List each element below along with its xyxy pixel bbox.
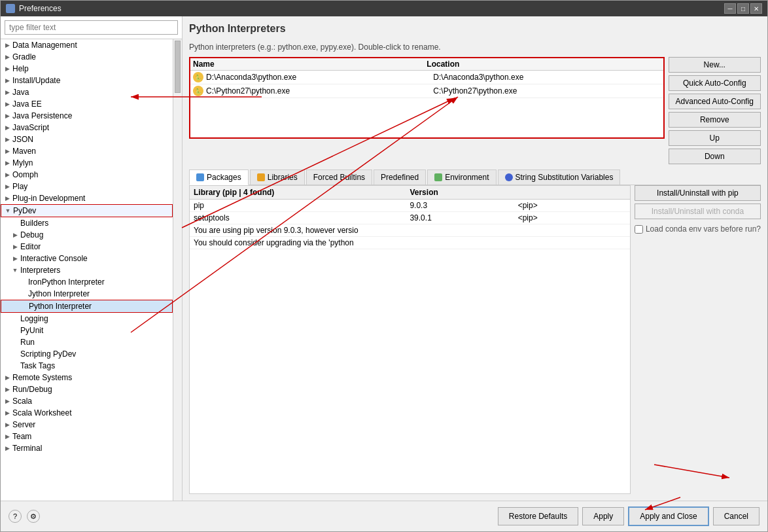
tree-item-pyunit[interactable]: PyUnit (1, 325, 173, 336)
tree-label-pydev: PyDev (12, 206, 36, 215)
tree-arrow-java-ee (3, 100, 11, 108)
interpreter-row-0[interactable]: 🐍 D:\Anaconda3\python.exe D:\Anaconda3\p… (190, 71, 663, 84)
tree-arrow-mylyn (3, 159, 11, 167)
tabs-content: Library (pip | 4 found) Version pip 9.0.… (189, 185, 761, 494)
advanced-auto-config-button[interactable]: Advanced Auto-Config (669, 94, 761, 109)
tree-item-server[interactable]: Server (1, 419, 173, 431)
tab-predefined[interactable]: Predefined (374, 169, 426, 185)
tree-item-scripting-pydev[interactable]: Scripting PyDev (1, 348, 173, 360)
tree-label-team: Team (11, 432, 31, 441)
tree-item-terminal[interactable]: Terminal (1, 442, 173, 454)
tree-arrow-server (3, 421, 11, 429)
tree-arrow-editor (11, 243, 19, 251)
remove-button[interactable]: Remove (669, 112, 761, 128)
window-controls: ─ □ ✕ (724, 3, 762, 14)
tree-arrow-scala-worksheet (3, 409, 11, 417)
pkg-name-1: setuptools (194, 213, 410, 222)
packages-tab-icon (196, 173, 204, 181)
string-sub-tab-icon (505, 173, 513, 181)
interpreters-table: Name Location 🐍 D:\Anaconda3\python.exe … (189, 57, 665, 139)
tree-item-team[interactable]: Team (1, 431, 173, 442)
new-button[interactable]: New... (669, 57, 761, 73)
tree-item-run[interactable]: Run (1, 336, 173, 348)
pkg-version-0: 9.0.3 (410, 201, 517, 210)
tree-item-java-ee[interactable]: Java EE (1, 98, 173, 110)
tree-item-ironpython-interpreter[interactable]: IronPython Interpreter (1, 276, 173, 288)
pkg-msg-1: You should consider upgrading via the 'p… (194, 238, 626, 247)
tree-item-python-interpreter[interactable]: Python Interpreter (1, 300, 173, 313)
tree-item-help[interactable]: Help (1, 63, 173, 75)
tree-item-interpreters[interactable]: Interpreters (1, 264, 173, 276)
tabs-section: Packages Libraries Forced Builtins Prede… (189, 169, 761, 494)
tree-arrow-builders (11, 219, 19, 227)
tree-item-editor[interactable]: Editor (1, 241, 173, 253)
tab-forced-builtins[interactable]: Forced Builtins (306, 169, 372, 185)
tree-item-java-persistence[interactable]: Java Persistence (1, 110, 173, 122)
bottom-right: Restore Defaults Apply Apply and Close C… (498, 506, 759, 526)
interpreter-row-1[interactable]: 🐍 C:\Python27\python.exe C:\Python27\pyt… (190, 84, 663, 98)
tab-libraries[interactable]: Libraries (250, 169, 305, 185)
pkg-row-0: pip 9.0.3 <pip> (190, 200, 630, 212)
tree-item-gradle[interactable]: Gradle (1, 51, 173, 63)
tree-item-debug[interactable]: Debug (1, 229, 173, 241)
tree-item-java[interactable]: Java (1, 86, 173, 98)
tree-item-logging[interactable]: Logging (1, 313, 173, 325)
tree-label-plugin-development: Plug-in Development (11, 194, 85, 203)
tab-packages-label: Packages (207, 173, 241, 182)
minimize-button[interactable]: ─ (724, 3, 736, 14)
tree-item-plugin-development[interactable]: Plug-in Development (1, 192, 173, 204)
tree-item-mylyn[interactable]: Mylyn (1, 157, 173, 169)
tree-item-remote-systems[interactable]: Remote Systems (1, 372, 173, 383)
up-button[interactable]: Up (669, 130, 761, 146)
tab-string-substitution[interactable]: String Substitution Variables (498, 169, 621, 185)
maximize-button[interactable]: □ (737, 3, 749, 14)
tree-item-play[interactable]: Play (1, 181, 173, 192)
load-conda-checkbox[interactable] (635, 225, 643, 234)
interpreters-main: Name Location 🐍 D:\Anaconda3\python.exe … (189, 57, 665, 164)
tab-packages[interactable]: Packages (189, 169, 249, 185)
interpreter-buttons: New... Quick Auto-Config Advanced Auto-C… (665, 57, 761, 164)
tree-item-maven[interactable]: Maven (1, 145, 173, 157)
pkg-source-0: <pip> (518, 201, 626, 210)
tree-item-install-update[interactable]: Install/Update (1, 75, 173, 86)
tree-item-run-debug[interactable]: Run/Debug (1, 383, 173, 395)
apply-and-close-button[interactable]: Apply and Close (628, 506, 708, 526)
tree-label-interpreters: Interpreters (19, 266, 60, 275)
search-input[interactable] (5, 20, 178, 35)
tree-item-jython-interpreter[interactable]: Jython Interpreter (1, 288, 173, 300)
tab-environment[interactable]: Environment (427, 169, 496, 185)
panel-title: Python Interpreters (189, 23, 761, 35)
close-button[interactable]: ✕ (750, 3, 762, 14)
interp-name-1: C:\Python27\python.exe (206, 86, 433, 96)
install-uninstall-conda-button[interactable]: Install/Uninstall with conda (635, 204, 761, 219)
tree-item-javascript[interactable]: JavaScript (1, 122, 173, 133)
restore-defaults-button[interactable]: Restore Defaults (498, 507, 578, 525)
tree-item-oomph[interactable]: Oomph (1, 169, 173, 181)
down-button[interactable]: Down (669, 149, 761, 164)
tree-item-data-management[interactable]: Data Management (1, 39, 173, 51)
tree-item-pydev[interactable]: PyDev (1, 204, 173, 217)
apply-button[interactable]: Apply (582, 507, 624, 525)
left-scrollbar[interactable] (173, 39, 182, 501)
help-icon[interactable]: ? (9, 510, 22, 523)
tree-arrow-data-management (3, 41, 11, 49)
tree-item-json[interactable]: JSON (1, 133, 173, 145)
tree-arrow-task-tags (11, 362, 19, 370)
cancel-button[interactable]: Cancel (713, 507, 759, 525)
tree-item-task-tags[interactable]: Task Tags (1, 360, 173, 372)
tree-item-scala-worksheet[interactable]: Scala Worksheet (1, 407, 173, 419)
quick-auto-config-button[interactable]: Quick Auto-Config (669, 75, 761, 91)
install-uninstall-pip-button[interactable]: Install/Uninstall with pip (635, 185, 761, 201)
tree-label-scala-worksheet: Scala Worksheet (11, 408, 72, 417)
tree-label-task-tags: Task Tags (19, 361, 55, 370)
tree-item-interactive-console[interactable]: Interactive Console (1, 253, 173, 264)
pkg-name-0: pip (194, 201, 410, 210)
tree-label-scripting-pydev: Scripting PyDev (19, 349, 76, 359)
tree-arrow-json (3, 135, 11, 143)
tree-label-mylyn: Mylyn (11, 158, 33, 168)
settings-icon[interactable]: ⚙ (27, 510, 40, 523)
tree-arrow-pydev (4, 207, 12, 215)
tree-item-builders[interactable]: Builders (1, 217, 173, 229)
tab-string-sub-label: String Substitution Variables (515, 173, 614, 182)
tree-item-scala[interactable]: Scala (1, 395, 173, 407)
